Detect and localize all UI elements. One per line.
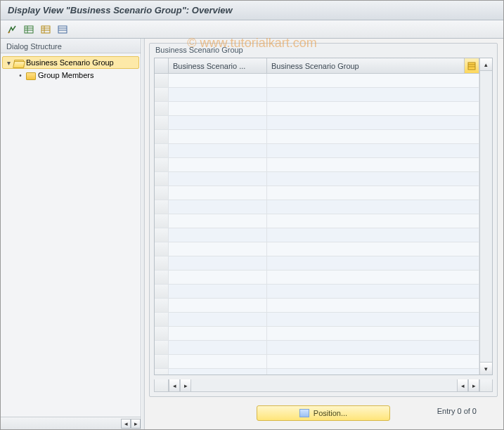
row-selector[interactable]	[155, 102, 169, 116]
cell-business-scenario-group[interactable]	[267, 172, 479, 186]
cell-business-scenario-group[interactable]	[267, 144, 479, 158]
cell-business-scenario[interactable]	[169, 369, 267, 374]
cell-business-scenario-group[interactable]	[267, 74, 479, 88]
table-row[interactable]	[155, 228, 479, 242]
cell-business-scenario-group[interactable]	[267, 130, 479, 144]
row-selector[interactable]	[155, 172, 169, 186]
table-row[interactable]	[155, 313, 479, 327]
cell-business-scenario[interactable]	[169, 228, 267, 242]
vertical-scrollbar[interactable]: ▴ ▾	[479, 58, 492, 374]
table-row[interactable]	[155, 172, 479, 186]
cell-business-scenario-group[interactable]	[267, 355, 479, 369]
cell-business-scenario-group[interactable]	[267, 271, 479, 285]
row-selector[interactable]	[155, 285, 169, 299]
cell-business-scenario-group[interactable]	[267, 341, 479, 355]
cell-business-scenario[interactable]	[169, 144, 267, 158]
column-header-business-scenario-group[interactable]: Business Scenario Group	[267, 58, 479, 74]
position-button[interactable]: Position...	[257, 405, 390, 421]
row-selector[interactable]	[155, 200, 169, 214]
table-row[interactable]	[155, 355, 479, 369]
cell-business-scenario-group[interactable]	[267, 299, 479, 313]
row-selector[interactable]	[155, 271, 169, 285]
cell-business-scenario[interactable]	[169, 256, 267, 271]
table-row[interactable]	[155, 186, 479, 200]
scroll-left-end-button[interactable]: ◂	[457, 379, 468, 391]
cell-business-scenario-group[interactable]	[267, 242, 479, 256]
cell-business-scenario-group[interactable]	[267, 228, 479, 242]
table-row[interactable]	[155, 271, 479, 285]
row-selector[interactable]	[155, 130, 169, 144]
cell-business-scenario-group[interactable]	[267, 369, 479, 374]
vscroll-track[interactable]	[480, 71, 492, 362]
row-selector[interactable]	[155, 256, 169, 271]
cell-business-scenario[interactable]	[169, 172, 267, 186]
cell-business-scenario[interactable]	[169, 200, 267, 214]
cell-business-scenario-group[interactable]	[267, 285, 479, 299]
table-row[interactable]	[155, 200, 479, 214]
column-header-business-scenario[interactable]: Business Scenario ...	[169, 58, 267, 74]
row-selector[interactable]	[155, 186, 169, 200]
row-selector[interactable]	[155, 369, 169, 374]
cell-business-scenario-group[interactable]	[267, 158, 479, 172]
row-selector[interactable]	[155, 144, 169, 158]
print-table-icon[interactable]	[56, 22, 70, 37]
table-row[interactable]	[155, 88, 479, 102]
row-selector[interactable]	[155, 299, 169, 313]
table-row[interactable]	[155, 242, 479, 256]
hscroll-track[interactable]	[191, 379, 457, 391]
row-selector[interactable]	[155, 327, 169, 341]
cell-business-scenario[interactable]	[169, 271, 267, 285]
table-row[interactable]	[155, 74, 479, 88]
scroll-up-button[interactable]: ▴	[480, 58, 492, 71]
cell-business-scenario[interactable]	[169, 313, 267, 327]
cell-business-scenario-group[interactable]	[267, 186, 479, 200]
table-row[interactable]	[155, 116, 479, 130]
row-selector[interactable]	[155, 88, 169, 102]
table-row[interactable]	[155, 102, 479, 116]
table-row[interactable]	[155, 144, 479, 158]
sidebar-scroll-right[interactable]: ▸	[131, 419, 141, 429]
cell-business-scenario[interactable]	[169, 341, 267, 355]
cell-business-scenario[interactable]	[169, 130, 267, 144]
cell-business-scenario-group[interactable]	[267, 327, 479, 341]
table-row[interactable]	[155, 214, 479, 228]
cell-business-scenario[interactable]	[169, 214, 267, 228]
scroll-right-end-button[interactable]: ▸	[468, 379, 479, 391]
row-selector[interactable]	[155, 313, 169, 327]
cell-business-scenario[interactable]	[169, 186, 267, 200]
tree-item-business-scenario-group[interactable]: ▾ Business Scenario Group	[2, 56, 139, 69]
table-row[interactable]	[155, 256, 479, 271]
table-row[interactable]	[155, 285, 479, 299]
cell-business-scenario[interactable]	[169, 355, 267, 369]
table-row[interactable]	[155, 327, 479, 341]
table-row[interactable]	[155, 130, 479, 144]
cell-business-scenario[interactable]	[169, 158, 267, 172]
table-row[interactable]	[155, 158, 479, 172]
cell-business-scenario[interactable]	[169, 116, 267, 130]
table-row[interactable]	[155, 299, 479, 313]
cell-business-scenario-group[interactable]	[267, 200, 479, 214]
cell-business-scenario-group[interactable]	[267, 313, 479, 327]
tree-item-group-members[interactable]: • Group Members	[2, 69, 139, 82]
tree-expander-icon[interactable]: ▾	[5, 59, 12, 67]
cell-business-scenario[interactable]	[169, 299, 267, 313]
toggle-change-icon[interactable]	[5, 22, 19, 37]
cell-business-scenario-group[interactable]	[267, 88, 479, 102]
table-row[interactable]	[155, 369, 479, 374]
horizontal-scrollbar[interactable]: ◂ ▸ ◂ ▸	[154, 379, 493, 392]
cell-business-scenario[interactable]	[169, 327, 267, 341]
cell-business-scenario-group[interactable]	[267, 256, 479, 271]
scroll-down-button[interactable]: ▾	[480, 362, 492, 374]
table-row[interactable]	[155, 341, 479, 355]
cell-business-scenario[interactable]	[169, 102, 267, 116]
cell-business-scenario[interactable]	[169, 74, 267, 88]
cell-business-scenario[interactable]	[169, 242, 267, 256]
row-selector[interactable]	[155, 74, 169, 88]
row-selector[interactable]	[155, 214, 169, 228]
expand-table-icon[interactable]	[22, 22, 36, 37]
row-selector[interactable]	[155, 242, 169, 256]
cell-business-scenario[interactable]	[169, 88, 267, 102]
sidebar-scroll-left[interactable]: ◂	[121, 419, 131, 429]
cell-business-scenario-group[interactable]	[267, 214, 479, 228]
collapse-table-icon[interactable]	[39, 22, 53, 37]
